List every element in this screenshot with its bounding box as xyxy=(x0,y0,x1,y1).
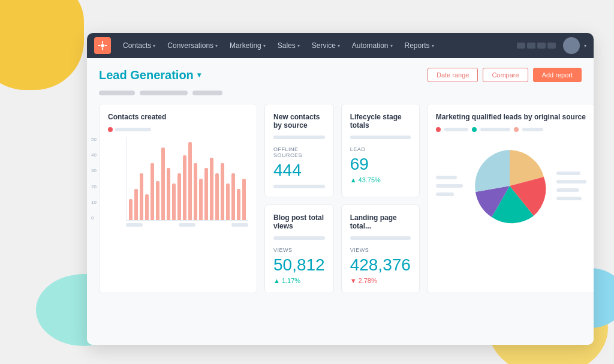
bar xyxy=(204,168,208,220)
bar xyxy=(161,148,165,220)
nav-marketing[interactable]: Marketing ▾ xyxy=(225,39,270,52)
bar xyxy=(145,194,149,220)
bar xyxy=(194,163,197,220)
chevron-down-icon: ▾ xyxy=(338,43,340,49)
decorative-blob-yellow xyxy=(0,0,84,90)
bar xyxy=(226,183,230,220)
x-label-2 xyxy=(179,223,195,227)
mql-pill-3 xyxy=(522,128,543,131)
bar-chart-inner xyxy=(126,137,248,221)
bar xyxy=(188,142,192,220)
chevron-down-icon: ▾ xyxy=(263,43,266,49)
svg-point-0 xyxy=(101,44,104,47)
add-report-button[interactable]: Add report xyxy=(533,68,582,82)
nav-square-3 xyxy=(537,43,546,49)
bar xyxy=(134,189,138,220)
nav-automation[interactable]: Automation ▾ xyxy=(347,39,398,52)
filter-pill-2 xyxy=(140,91,188,95)
card-mql: Marketing qualified leads by original so… xyxy=(427,104,594,293)
lifecycle-subtitle: LEAD xyxy=(350,146,411,152)
x-axis-labels xyxy=(108,223,248,227)
dashboard-title: Lead Generation ▾ xyxy=(99,68,423,82)
lifecycle-title: Lifecycle stage totals xyxy=(350,113,411,130)
dashboard-header: Lead Generation ▾ Date range Compare Add… xyxy=(99,68,582,82)
pie-chart xyxy=(468,138,552,234)
chevron-down-icon: ▾ xyxy=(215,43,218,49)
blog-views-subtitle: VIEWS xyxy=(273,247,325,253)
nav-conversations[interactable]: Conversations ▾ xyxy=(162,39,222,52)
nav-square-2 xyxy=(527,43,535,49)
right-label-1 xyxy=(556,172,580,175)
filter-bar xyxy=(99,91,582,95)
nav-sales[interactable]: Sales ▾ xyxy=(273,39,305,52)
up-arrow-icon: ▲ xyxy=(350,176,357,183)
mql-dot-2 xyxy=(472,127,477,132)
nav-service[interactable]: Service ▾ xyxy=(307,39,345,52)
nav-square-1 xyxy=(517,43,525,49)
chevron-down-icon: ▾ xyxy=(297,43,300,49)
compare-button[interactable]: Compare xyxy=(483,68,528,82)
filter-pill-3 xyxy=(192,91,222,95)
nav-contacts[interactable]: Contacts ▾ xyxy=(118,39,160,52)
chevron-down-icon: ▾ xyxy=(153,43,155,49)
down-arrow-icon: ▼ xyxy=(350,277,357,284)
card-bar-bottom xyxy=(273,185,325,188)
nav-reports[interactable]: Reports ▾ xyxy=(400,39,439,52)
lifecycle-value: 69 xyxy=(350,155,411,174)
bar xyxy=(242,179,246,220)
bar xyxy=(210,158,213,220)
bar xyxy=(151,163,154,220)
card-bar xyxy=(350,236,411,240)
bar xyxy=(167,168,170,220)
legend-dot xyxy=(108,127,113,132)
bar xyxy=(172,183,176,220)
bar xyxy=(177,173,181,220)
landing-page-title: Landing page total... xyxy=(350,213,411,230)
chevron-down-icon: ▾ xyxy=(432,43,434,49)
landing-page-change: ▼ 2.78% xyxy=(350,277,411,284)
y-axis-labels: 50 40 30 20 10 0 xyxy=(91,137,97,221)
user-avatar[interactable] xyxy=(563,37,580,54)
landing-page-value: 428,376 xyxy=(350,255,411,275)
bar xyxy=(140,173,143,220)
pie-slice-5 xyxy=(475,150,510,192)
left-label-3 xyxy=(436,192,454,196)
left-label-2 xyxy=(436,184,463,188)
mql-chart-area xyxy=(436,138,586,234)
navbar: Contacts ▾ Conversations ▾ Marketing ▾ S… xyxy=(87,33,594,58)
lifecycle-change: ▲ 43.75% xyxy=(350,176,411,183)
new-contacts-subtitle: OFFLINE SOURCES xyxy=(273,146,325,158)
mql-dot-1 xyxy=(436,127,441,132)
left-label-1 xyxy=(436,176,457,179)
card-lifecycle: Lifecycle stage totals LEAD 69 ▲ 43.75% xyxy=(341,104,420,197)
right-label-4 xyxy=(556,197,582,200)
title-chevron-icon[interactable]: ▾ xyxy=(197,71,201,79)
date-range-button[interactable]: Date range xyxy=(428,68,478,82)
up-arrow-icon: ▲ xyxy=(273,277,280,284)
card-bar xyxy=(273,136,325,139)
mql-title: Marketing qualified leads by original so… xyxy=(436,113,586,121)
card-bar xyxy=(350,136,411,139)
mql-pill-1 xyxy=(444,128,468,131)
right-labels xyxy=(556,172,586,200)
bar xyxy=(237,189,240,220)
landing-page-subtitle: VIEWS xyxy=(350,247,411,253)
chart-legend xyxy=(108,127,248,132)
bar xyxy=(221,163,224,220)
nav-grid-squares xyxy=(517,43,556,49)
bar xyxy=(215,173,219,220)
blog-views-change: ▲ 1.17% xyxy=(273,277,325,284)
bar xyxy=(199,179,203,220)
bar xyxy=(183,155,186,220)
filter-pill-1 xyxy=(99,91,135,95)
mql-legend-row xyxy=(436,127,586,132)
chevron-down-icon: ▾ xyxy=(390,43,393,49)
bar xyxy=(231,173,235,220)
card-landing-page: Landing page total... VIEWS 428,376 ▼ 2.… xyxy=(341,204,420,293)
bar xyxy=(156,181,159,220)
nav-square-4 xyxy=(547,43,556,49)
right-label-2 xyxy=(556,180,586,183)
mql-pill-2 xyxy=(480,128,510,131)
x-label-1 xyxy=(126,223,143,227)
card-new-contacts: New contacts by source OFFLINE SOURCES 4… xyxy=(264,104,334,197)
